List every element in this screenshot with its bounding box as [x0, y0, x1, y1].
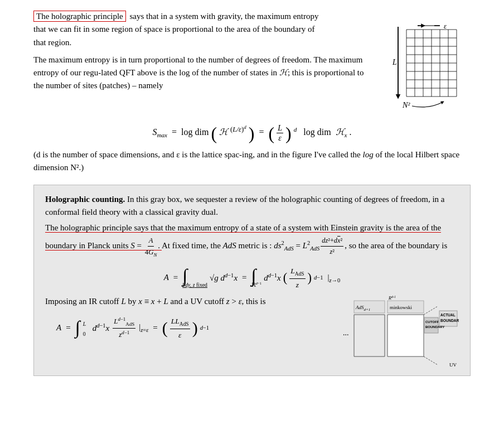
intro-line1: says that in a system with gravity, the …	[128, 12, 319, 21]
page-content: The holographic principle says that in a…	[0, 0, 504, 386]
svg-text:UV: UV	[449, 362, 457, 368]
diagram-svg: ... AdSd+1 minkowski	[342, 295, 459, 368]
integral3-sup: L	[83, 320, 86, 328]
integral1-sub: bdy, z fixed	[182, 281, 207, 289]
gray-box: Holographic counting. In this gray box, …	[33, 185, 471, 377]
LAdS-numer: LAdS	[289, 265, 305, 279]
hx-symbol: ℋx	[336, 127, 347, 137]
integral3-sub: 0	[83, 330, 86, 338]
gray-box-title: Holographic counting.	[45, 195, 125, 204]
eq-sign2: =	[259, 127, 266, 137]
grid-svg: L ε	[381, 16, 468, 113]
eq-sign-A3: =	[66, 321, 70, 335]
intro-para2: The maximum entropy is in turn proportio…	[33, 54, 371, 93]
grid-figure: L ε	[381, 16, 471, 113]
intro-text: The holographic principle says that in a…	[33, 10, 371, 95]
d-1-final-exp: d−1	[200, 324, 209, 333]
log-italic: log	[363, 150, 374, 159]
svg-text:BOUNDARY: BOUNDARY	[440, 319, 459, 322]
after-underline-text: At fixed time, the AdS metric is : ds2Ad…	[162, 241, 447, 250]
4GN-denom: 4GN	[144, 247, 158, 259]
svg-text:minkowski: minkowski	[390, 305, 413, 310]
note-text-content: (d is the number of space dimensions, an…	[33, 150, 363, 159]
svg-text:L: L	[392, 58, 397, 66]
LL-numer: LLAdS	[170, 315, 190, 329]
integral2-group: ∫ ℝd−1	[251, 267, 262, 290]
fraction-denom: ε	[277, 133, 283, 143]
z-eps-limit: |z=ε	[139, 321, 148, 335]
note-text: (d is the number of space dimensions, an…	[33, 148, 471, 175]
smax-label: Smax	[152, 127, 167, 137]
integral-A2-block: A = ∫ 0 L dd−1x Ld−1AdS zd−1 |z=ε	[56, 315, 336, 341]
eq-sign-A2: =	[242, 271, 246, 285]
eq-sign-A: =	[173, 271, 178, 285]
z-denom: z	[295, 279, 300, 291]
ir-cutoff-para: Imposing an IR cutoff L by x ≡ x + L and…	[45, 295, 336, 309]
intro-line2: that we can fit in some region of space …	[33, 25, 314, 33]
LAdS-d1-numer: Ld−1AdS	[113, 315, 135, 329]
svg-text:N²: N²	[402, 101, 410, 109]
integral-A-block: A = ∫ bdy, z fixed √g dd−1x = ∫ ℝd−1 dd−…	[45, 265, 459, 291]
svg-marker-29	[354, 315, 385, 356]
log-dim-label: log dim	[181, 127, 209, 137]
LAdS-z-fraction: LAdS z	[289, 265, 305, 291]
gray-box-text: Holographic counting. In this gray box, …	[45, 193, 459, 368]
open-paren-final: (	[162, 320, 168, 336]
close-paren-final: )	[192, 320, 198, 336]
fraction-numer: L	[277, 123, 283, 133]
open-paren1: (	[211, 123, 217, 143]
integral3-group: ∫ 0 L	[75, 319, 80, 337]
metric-denom: z²	[328, 247, 335, 257]
integral1-group: ∫ bdy, z fixed	[182, 267, 207, 289]
close-paren-frac: )	[308, 272, 312, 285]
bottom-left-text: Imposing an IR cutoff L by x ≡ x + L and…	[45, 295, 336, 344]
bottom-section: Imposing an IR cutoff L by x ≡ x + L and…	[45, 295, 459, 368]
intro-line3: that region.	[33, 38, 71, 47]
metric-fraction: dz²+dx²z²	[321, 235, 343, 258]
z-limit: |z→0	[328, 271, 341, 286]
h-superscript: (L/ε)d	[230, 126, 246, 133]
gray-intro-para: Holographic counting. In this gray box, …	[45, 193, 459, 219]
svg-text:Rd-1: Rd-1	[388, 295, 396, 301]
open-paren-frac: (	[283, 272, 288, 285]
fraction-L-eps: L ε	[277, 123, 283, 143]
svg-text:ε: ε	[444, 22, 447, 30]
integral2-body: dd−1x	[264, 271, 281, 285]
integral2-sub: ℝd−1	[251, 281, 262, 290]
top-section: The holographic principle says that in a…	[33, 10, 471, 180]
holographic-principle-box: The holographic principle	[33, 11, 126, 22]
integral3-sym: ∫	[75, 317, 80, 338]
open-paren2: (	[269, 123, 275, 143]
A-lhs2: A	[56, 321, 61, 335]
eq-sign1: =	[172, 127, 179, 137]
svg-line-31	[424, 306, 438, 315]
d-exponent: d	[294, 126, 297, 133]
eq-sign-A4: =	[153, 321, 157, 335]
close-paren2: )	[285, 123, 292, 143]
hilbert-symbol: ℋ	[279, 68, 288, 77]
integral1-body: √g dd−1x	[210, 271, 238, 285]
A-numer: A	[148, 235, 154, 247]
close-paren1: )	[249, 123, 255, 143]
svg-text:...: ...	[343, 329, 349, 337]
svg-line-32	[424, 356, 438, 365]
svg-text:ACTUAL: ACTUAL	[440, 313, 455, 317]
LAdS-zdm1-fraction: Ld−1AdS zd−1	[113, 315, 135, 340]
LL-eps-fraction: LLAdS ε	[170, 315, 190, 341]
integral3-body: dd−1x	[93, 321, 110, 335]
metric-numer: dz²+dx²	[321, 235, 343, 247]
svg-marker-30	[387, 315, 424, 356]
d-minus-1-exp: d−1	[314, 273, 323, 283]
equation1-block: Smax = log dim ( ℋ (L/ε)d ) = ( L ε ) d …	[33, 123, 471, 143]
A-lhs: A	[164, 271, 169, 285]
intro-block: The holographic principle says that in a…	[33, 10, 471, 113]
period1: .	[350, 127, 352, 137]
svg-text:CUTOFF: CUTOFF	[425, 320, 439, 324]
zdm1-denom: zd−1	[118, 329, 130, 340]
hilbert-h: ℋ	[219, 127, 228, 137]
fraction-A-4GN: A4GN	[144, 235, 158, 259]
eps-denom: ε	[177, 329, 182, 341]
gray-underlined-para: The holographic principle says that the …	[45, 221, 459, 258]
logdim-hx: log dim	[303, 127, 331, 137]
svg-text:BOUNDARY: BOUNDARY	[425, 325, 444, 329]
